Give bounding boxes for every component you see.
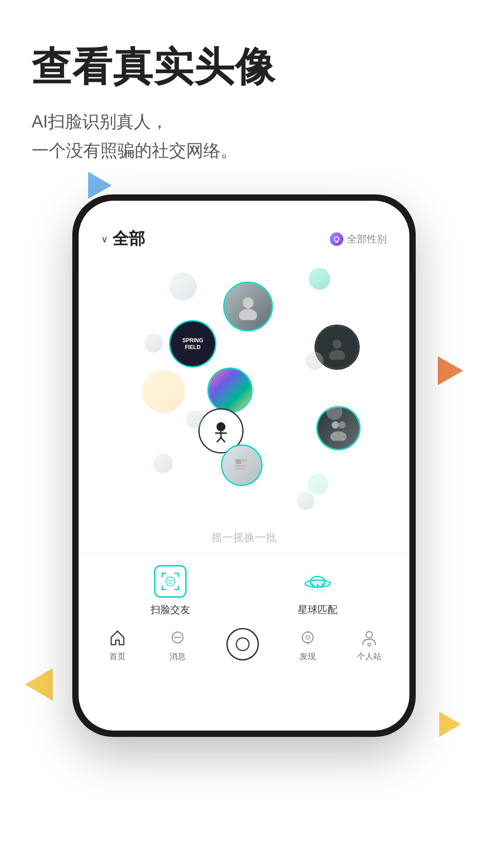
svg-point-14	[330, 431, 347, 441]
svg-point-33	[306, 636, 310, 639]
gender-filter-label: 全部性别	[347, 232, 387, 246]
scan-face-icon-wrap	[152, 563, 188, 599]
svg-point-26	[311, 583, 314, 585]
message-icon	[167, 627, 188, 648]
shake-text[interactable]: 摇一摇换一批	[79, 530, 409, 554]
avatar-bubble-6[interactable]	[144, 334, 163, 353]
svg-point-27	[317, 584, 319, 586]
triangle-yellow-right-decoration	[439, 712, 461, 737]
bubble-area: SPRINGFIELD	[79, 264, 409, 526]
avatar-bubble-12[interactable]	[326, 404, 343, 420]
nav-discover-label: 发现	[300, 651, 316, 662]
profile-icon	[358, 627, 380, 648]
avatar-bubble-magazine[interactable]	[221, 444, 263, 486]
triangle-yellow-left-decoration	[25, 668, 53, 701]
avatar-bubble-11[interactable]	[142, 370, 185, 413]
svg-rect-18	[236, 465, 247, 467]
triangle-orange-decoration	[438, 356, 463, 385]
subtitle-line2: 一个没有照骗的社交网络。	[32, 141, 238, 160]
bottom-nav: 首页 消息	[79, 621, 409, 675]
avatar-bubble-colorful[interactable]	[207, 368, 253, 413]
nav-camera[interactable]	[226, 628, 259, 660]
svg-rect-17	[242, 459, 247, 462]
svg-point-21	[169, 580, 170, 581]
svg-point-36	[366, 632, 372, 638]
svg-point-4	[239, 309, 257, 320]
svg-point-6	[329, 350, 345, 360]
scan-face-action[interactable]: 扫脸交友	[150, 563, 190, 617]
svg-point-22	[171, 580, 173, 581]
nav-profile-label: 个人站	[357, 651, 381, 662]
svg-rect-19	[236, 468, 245, 469]
phone-screen: ∨ 全部 全部性别	[79, 201, 409, 731]
header-section: 查看真实头像 AI扫脸识别真人， 一个没有照骗的社交网络。	[32, 45, 456, 165]
main-title: 查看真实头像	[32, 45, 456, 89]
chevron-down-icon: ∨	[101, 234, 108, 245]
svg-point-31	[236, 638, 249, 651]
nav-profile[interactable]: 个人站	[357, 627, 381, 662]
scan-face-icon	[154, 565, 187, 598]
discover-icon	[297, 627, 319, 648]
gender-icon	[330, 232, 343, 246]
gender-filter[interactable]: 全部性别	[330, 232, 387, 246]
svg-point-20	[166, 577, 175, 586]
nav-message-label: 消息	[169, 651, 186, 662]
filter-label: 全部	[113, 228, 145, 250]
ufo-icon-wrap	[300, 563, 336, 599]
svg-point-28	[322, 583, 324, 585]
avatar-bubble-16[interactable]	[153, 453, 173, 473]
avatar-bubble-1[interactable]	[169, 273, 197, 301]
subtitle: AI扫脸识别真人， 一个没有照骗的社交网络。	[32, 107, 456, 165]
svg-rect-16	[236, 459, 241, 464]
svg-point-32	[302, 632, 313, 643]
avatar-bubble-9[interactable]	[305, 352, 324, 370]
svg-point-12	[332, 421, 339, 429]
avatar-bubble-springfield[interactable]: SPRINGFIELD	[169, 320, 216, 368]
avatar-bubble-20[interactable]	[296, 492, 314, 510]
svg-point-3	[243, 297, 253, 308]
svg-line-11	[221, 438, 225, 442]
nav-home[interactable]: 首页	[107, 627, 128, 662]
bottom-actions: 扫脸交友	[79, 554, 409, 621]
svg-point-13	[338, 421, 346, 429]
avatar-bubble-13[interactable]	[186, 410, 204, 429]
planet-match-label: 星球匹配	[298, 603, 338, 617]
ufo-icon	[301, 565, 334, 598]
phone-mockup: ∨ 全部 全部性别	[72, 194, 416, 737]
filter-row[interactable]: ∨ 全部	[101, 228, 145, 250]
svg-point-0	[334, 237, 339, 241]
nav-discover[interactable]: 发现	[297, 627, 319, 662]
nav-home-label: 首页	[109, 651, 126, 662]
svg-point-7	[216, 422, 225, 431]
svg-line-10	[217, 438, 221, 442]
avatar-bubble-2[interactable]	[309, 268, 330, 290]
svg-point-5	[333, 340, 342, 349]
avatar-bubble-4[interactable]	[223, 282, 273, 331]
camera-button[interactable]	[226, 628, 259, 660]
avatar-bubble-19[interactable]	[307, 474, 328, 495]
svg-point-37	[368, 643, 371, 646]
home-icon	[107, 627, 128, 648]
screen-header: ∨ 全部 全部性别	[79, 201, 409, 259]
subtitle-line1: AI扫脸识别真人，	[32, 112, 168, 131]
planet-match-action[interactable]: 星球匹配	[298, 563, 338, 617]
nav-message[interactable]: 消息	[167, 627, 188, 662]
scan-face-label: 扫脸交友	[150, 603, 190, 617]
